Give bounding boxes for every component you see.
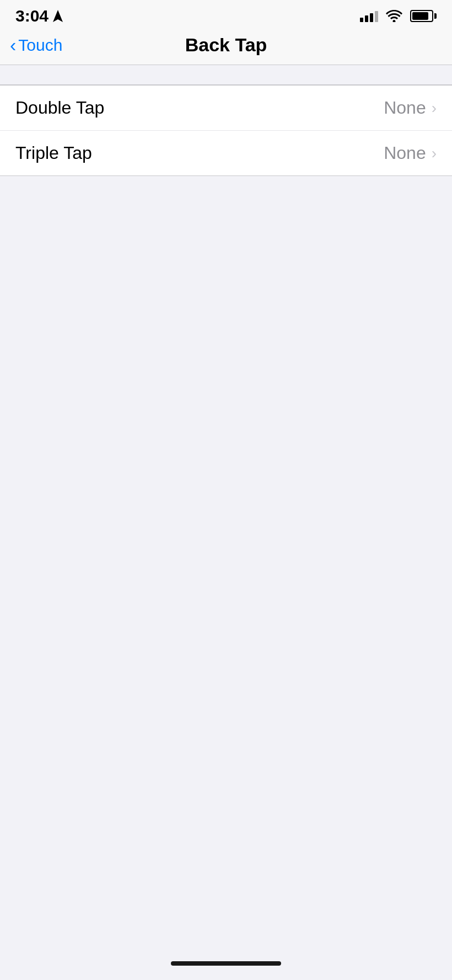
wifi-icon (386, 10, 402, 22)
time-label: 3:04 (15, 7, 49, 25)
battery-icon (410, 10, 437, 22)
page-title: Back Tap (185, 34, 267, 56)
double-tap-label: Double Tap (15, 98, 104, 118)
double-tap-row[interactable]: Double Tap None › (0, 86, 452, 130)
triple-tap-label: Triple Tap (15, 143, 92, 163)
double-tap-value: None (384, 98, 426, 118)
status-time: 3:04 (15, 7, 63, 25)
triple-tap-chevron-icon: › (432, 145, 437, 162)
section-spacer (0, 65, 452, 85)
nav-header: ‹ Touch Back Tap (0, 30, 452, 65)
double-tap-chevron-icon: › (432, 99, 437, 117)
triple-tap-row[interactable]: Triple Tap None › (0, 130, 452, 175)
triple-tap-right: None › (384, 143, 437, 163)
bottom-area (0, 947, 452, 980)
location-icon (53, 10, 63, 22)
status-icons (360, 10, 437, 22)
back-label: Touch (18, 36, 62, 55)
signal-icon (360, 10, 378, 22)
back-chevron-icon: ‹ (10, 35, 16, 54)
home-indicator (171, 961, 281, 966)
list-container: Double Tap None › Triple Tap None › (0, 85, 452, 176)
back-button[interactable]: ‹ Touch (10, 36, 62, 55)
double-tap-right: None › (384, 98, 437, 118)
status-bar: 3:04 (0, 0, 452, 30)
triple-tap-value: None (384, 143, 426, 163)
